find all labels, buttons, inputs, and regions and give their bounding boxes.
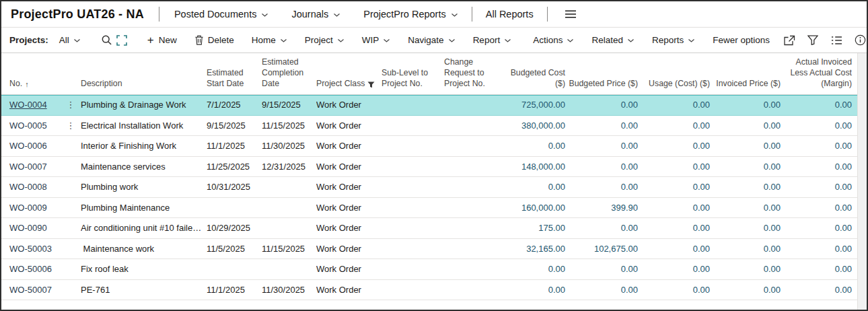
cell-change_request[interactable] xyxy=(444,95,505,115)
table-row-WO-0009[interactable]: WO-0009Plumbing MaintenanceWork Order160… xyxy=(1,198,857,219)
cell-usage_cost[interactable]: 0.00 xyxy=(639,239,711,259)
cell-completion[interactable] xyxy=(262,177,316,197)
cell-change_request[interactable] xyxy=(444,116,505,136)
new-button[interactable]: + New xyxy=(146,32,178,48)
cell-budgeted_price[interactable]: 0.00 xyxy=(567,177,639,197)
cell-sub_level[interactable] xyxy=(382,198,444,218)
cell-sub_level[interactable] xyxy=(382,136,444,156)
column-header-class[interactable]: Project Class xyxy=(316,53,382,94)
cell-budgeted_price[interactable]: 0.00 xyxy=(567,259,639,279)
cell-budgeted_price[interactable]: 0.00 xyxy=(567,95,639,115)
cell-class[interactable]: Work Order xyxy=(316,157,382,177)
cell-invoiced_price[interactable]: 0.00 xyxy=(711,198,782,218)
cell-no[interactable]: WO-50003 xyxy=(1,239,61,259)
cell-usage_cost[interactable]: 0.00 xyxy=(639,136,711,156)
cell-invoiced_price[interactable]: 0.00 xyxy=(711,239,782,259)
cell-change_request[interactable] xyxy=(444,239,505,259)
cell-budgeted_cost[interactable]: 0.00 xyxy=(505,136,567,156)
cell-budgeted_cost[interactable]: 0.00 xyxy=(505,177,567,197)
cell-start[interactable]: 9/15/2025 xyxy=(207,116,262,136)
cell-completion[interactable]: 11/15/2025 xyxy=(262,116,316,136)
cell-no[interactable]: WO-0009 xyxy=(1,198,61,218)
cell-usage_cost[interactable]: 0.00 xyxy=(639,157,711,177)
cell-class[interactable]: Work Order xyxy=(316,280,382,300)
cell-description[interactable]: PE-761 xyxy=(81,280,207,300)
cell-usage_cost[interactable]: 0.00 xyxy=(639,218,711,238)
cell-budgeted_cost[interactable]: 0.00 xyxy=(505,259,567,279)
cell-completion[interactable] xyxy=(262,218,316,238)
cell-budgeted_price[interactable]: 0.00 xyxy=(567,280,639,300)
search-icon[interactable] xyxy=(101,32,112,49)
cell-no[interactable]: WO-0006 xyxy=(1,136,61,156)
column-header-invoiced_price[interactable]: Invoiced Price ($) xyxy=(711,53,782,94)
cell-invoiced_price[interactable]: 0.00 xyxy=(711,218,782,238)
cell-margin[interactable]: 0.00 xyxy=(782,116,853,136)
row-more-options-icon[interactable] xyxy=(61,259,81,279)
cell-invoiced_price[interactable]: 0.00 xyxy=(711,116,782,136)
cell-description[interactable]: Plumbing & Drainage Work xyxy=(81,95,207,115)
cell-budgeted_price[interactable]: 0.00 xyxy=(567,218,639,238)
cell-class[interactable]: Work Order xyxy=(316,136,382,156)
cell-invoiced_price[interactable]: 0.00 xyxy=(711,95,782,115)
row-more-options-icon[interactable] xyxy=(61,218,81,238)
cell-margin[interactable]: 0.00 xyxy=(782,136,853,156)
cell-start[interactable]: 11/25/2025 xyxy=(207,157,262,177)
cell-margin[interactable]: 0.00 xyxy=(782,157,853,177)
menu-reports[interactable]: Reports xyxy=(651,32,696,48)
cell-change_request[interactable] xyxy=(444,136,505,156)
cell-no[interactable]: WO-0004 xyxy=(1,95,61,115)
menu-journals[interactable]: Journals xyxy=(291,9,340,20)
menu-wip[interactable]: WIP xyxy=(361,32,392,48)
cell-usage_cost[interactable]: 0.00 xyxy=(639,280,711,300)
table-row-WO-0008[interactable]: WO-0008Plumbing work10/31/2025Work Order… xyxy=(1,177,857,198)
cell-change_request[interactable] xyxy=(444,157,505,177)
cell-budgeted_price[interactable]: 102,675.00 xyxy=(567,239,639,259)
cell-start[interactable] xyxy=(207,259,262,279)
cell-description[interactable]: Interior & Finishing Work xyxy=(81,136,207,156)
row-more-options-icon[interactable] xyxy=(61,280,81,300)
cell-usage_cost[interactable]: 0.00 xyxy=(639,177,711,197)
column-header-start[interactable]: Estimated Start Date xyxy=(207,53,262,94)
cell-change_request[interactable] xyxy=(444,280,505,300)
cell-budgeted_price[interactable]: 0.00 xyxy=(567,157,639,177)
menu-report[interactable]: Report xyxy=(472,32,513,48)
cell-class[interactable]: Work Order xyxy=(316,259,382,279)
cell-completion[interactable]: 11/15/2025 xyxy=(262,239,316,259)
column-header-sub_level[interactable]: Sub-Level to Project No. xyxy=(382,53,444,94)
analyze-icon[interactable] xyxy=(116,32,127,49)
cell-description[interactable]: Plumbing Maintenance xyxy=(81,198,207,218)
table-row-WO-0007[interactable]: WO-0007Maintenance services11/25/202512/… xyxy=(1,157,857,178)
cell-budgeted_cost[interactable]: 725,000.00 xyxy=(505,95,567,115)
cell-start[interactable] xyxy=(207,198,262,218)
cell-budgeted_price[interactable]: 0.00 xyxy=(567,136,639,156)
cell-change_request[interactable] xyxy=(444,198,505,218)
cell-margin[interactable]: 0.00 xyxy=(782,95,853,115)
cell-start[interactable]: 7/1/2025 xyxy=(207,95,262,115)
cell-invoiced_price[interactable]: 0.00 xyxy=(711,177,782,197)
cell-budgeted_price[interactable]: 399.90 xyxy=(567,198,639,218)
row-more-options-icon[interactable] xyxy=(61,157,81,177)
cell-budgeted_cost[interactable]: 0.00 xyxy=(505,280,567,300)
cell-margin[interactable]: 0.00 xyxy=(782,198,853,218)
cell-sub_level[interactable] xyxy=(382,157,444,177)
row-more-options-icon[interactable] xyxy=(61,177,81,197)
menu-project[interactable]: Project xyxy=(303,32,346,48)
cell-description[interactable]: Plumbing work xyxy=(81,177,207,197)
cell-no[interactable]: WO-0008 xyxy=(1,177,61,197)
cell-completion[interactable] xyxy=(262,259,316,279)
column-header-menu[interactable] xyxy=(61,53,81,94)
cell-class[interactable]: Work Order xyxy=(316,177,382,197)
row-more-options-icon[interactable] xyxy=(61,239,81,259)
cell-budgeted_cost[interactable]: 160,000.00 xyxy=(505,198,567,218)
column-header-change_request[interactable]: Change Request to Project No. xyxy=(444,53,505,94)
cell-change_request[interactable] xyxy=(444,259,505,279)
cell-budgeted_price[interactable]: 0.00 xyxy=(567,116,639,136)
cell-no[interactable]: WO-0007 xyxy=(1,157,61,177)
cell-budgeted_cost[interactable]: 148,000.00 xyxy=(505,157,567,177)
cell-class[interactable]: Work Order xyxy=(316,198,382,218)
cell-budgeted_cost[interactable]: 380,000.00 xyxy=(505,116,567,136)
cell-description[interactable]: Fix roof leak xyxy=(81,259,207,279)
cell-no[interactable]: WO-0005 xyxy=(1,116,61,136)
cell-sub_level[interactable] xyxy=(382,116,444,136)
menu-projectpro-reports[interactable]: ProjectPro Reports xyxy=(363,9,458,20)
